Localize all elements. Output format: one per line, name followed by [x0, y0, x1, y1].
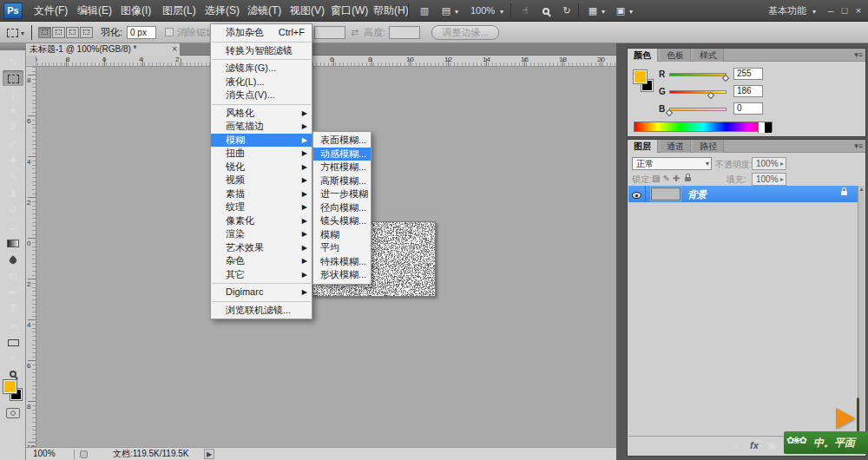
clone-stamp-tool[interactable] [3, 186, 23, 201]
menu-item-render[interactable]: 渲染▶ [211, 227, 312, 241]
tab-paths[interactable]: 路径 [694, 140, 724, 153]
swap-dimensions-icon[interactable] [351, 22, 358, 43]
close-tab-icon[interactable]: × [172, 43, 177, 56]
tab-color[interactable]: 颜色 [628, 49, 658, 62]
eyedropper-tool[interactable] [3, 136, 23, 152]
chevron-down-icon[interactable] [811, 3, 818, 18]
submenu-item-shape-blur[interactable]: 形状模糊... [313, 268, 371, 282]
layer-row-background[interactable]: 背景 [628, 186, 859, 202]
spectrum-black-swatch[interactable] [765, 122, 772, 133]
menu-item-artistic[interactable]: 艺术效果▶ [211, 241, 312, 255]
crop-tool[interactable] [3, 120, 23, 135]
rectangular-marquee-tool[interactable] [3, 70, 23, 86]
status-zoom-input[interactable]: 100% [33, 448, 56, 460]
type-tool[interactable] [3, 301, 23, 317]
lasso-tool[interactable] [3, 87, 23, 102]
menu-item-distort[interactable]: 扭曲▶ [211, 147, 312, 161]
width-input[interactable] [314, 26, 345, 39]
close-button[interactable] [852, 3, 865, 18]
menu-item-sharpen[interactable]: 锐化▶ [211, 161, 312, 174]
submenu-item-smart-blur[interactable]: 特殊模糊... [313, 255, 371, 269]
submenu-item-surface-blur[interactable]: 表面模糊... [313, 134, 371, 148]
rotate-view-icon[interactable] [559, 3, 575, 18]
red-value-input[interactable]: 255 [733, 68, 763, 80]
move-tool[interactable] [3, 54, 23, 69]
vertical-ruler[interactable]: 8 6 4 2 0 2 4 6 8 10 [26, 67, 36, 447]
workspace-switcher[interactable]: 基本功能 [764, 3, 811, 18]
blue-value-input[interactable]: 0 [733, 102, 763, 115]
lock-transparency-icon[interactable]: ▨ [652, 174, 662, 183]
chevron-down-icon[interactable] [628, 3, 635, 18]
menu-item-noise[interactable]: 杂色▶ [211, 254, 312, 268]
link-layers-icon[interactable] [733, 440, 740, 450]
tab-layers[interactable]: 图层 [628, 140, 658, 153]
hand-tool-icon[interactable] [517, 3, 533, 18]
quick-selection-tool[interactable] [3, 103, 23, 119]
panel-menu-icon[interactable] [854, 50, 863, 59]
menu-item-stylize[interactable]: 风格化▶ [211, 107, 312, 121]
panel-foreground-swatch[interactable] [634, 70, 647, 83]
tab-channels[interactable]: 通道 [661, 140, 691, 153]
healing-brush-tool[interactable] [3, 153, 23, 168]
foreground-color-swatch[interactable] [3, 380, 16, 393]
menu-item-video[interactable]: 视频▶ [211, 174, 312, 187]
path-selection-tool[interactable] [3, 318, 23, 333]
panel-menu-icon[interactable] [854, 141, 863, 150]
menu-item-sketch[interactable]: 素描▶ [211, 187, 312, 201]
view-extras-icon[interactable] [438, 3, 454, 18]
menu-file[interactable]: 文件(F) [26, 0, 76, 22]
selection-add-icon[interactable] [52, 27, 65, 38]
pen-tool[interactable] [3, 285, 23, 300]
launch-bridge-icon[interactable] [417, 3, 432, 18]
selection-new-icon[interactable] [38, 27, 51, 38]
refine-edge-button[interactable]: 调整边缘... [431, 25, 499, 40]
menu-image[interactable]: 图像(I) [113, 0, 159, 22]
submenu-item-box-blur[interactable]: 方框模糊... [313, 161, 371, 174]
panel-grip[interactable] [0, 43, 26, 50]
add-mask-icon[interactable] [767, 440, 776, 451]
red-slider-track[interactable] [669, 73, 727, 76]
menu-item-other[interactable]: 其它▶ [211, 268, 312, 282]
tool-preset-icon[interactable]: ▾ [7, 22, 24, 43]
zoom-tool-icon[interactable] [538, 3, 554, 18]
quick-mask-button[interactable] [6, 408, 20, 418]
shape-tool[interactable] [3, 334, 23, 350]
submenu-item-motion-blur[interactable]: 动感模糊... [313, 148, 371, 161]
red-slider-thumb[interactable] [722, 75, 729, 82]
screen-mode-icon[interactable] [613, 3, 628, 18]
submenu-item-average[interactable]: 平均 [313, 241, 371, 255]
color-spectrum-ramp[interactable] [634, 122, 773, 132]
feather-input[interactable]: 0 px [127, 26, 156, 39]
menu-item-texture[interactable]: 纹理▶ [211, 200, 312, 214]
green-value-input[interactable]: 186 [733, 85, 763, 97]
zoom-level-dropdown[interactable]: 100% [467, 3, 498, 18]
tab-styles[interactable]: 样式 [694, 49, 724, 62]
history-brush-tool[interactable] [3, 202, 23, 218]
eraser-tool[interactable] [3, 219, 23, 234]
horizontal-ruler[interactable]: 10 8 6 4 2 6 8 10 12 14 16 18 20 [26, 56, 616, 67]
layer-thumbnail[interactable] [651, 187, 681, 200]
status-options-arrow-icon[interactable]: ▶ [204, 449, 214, 459]
menu-item-browse-filters-online[interactable]: 浏览联机滤镜... [211, 304, 312, 318]
gradient-tool[interactable] [3, 235, 23, 251]
selection-intersect-icon[interactable] [80, 27, 93, 38]
menu-item-convert-smart-filter[interactable]: 转换为智能滤镜 [211, 44, 312, 58]
lock-position-icon[interactable]: ✚ [673, 174, 682, 183]
menu-item-pixelate[interactable]: 像素化▶ [211, 214, 312, 228]
brush-tool[interactable] [3, 169, 23, 185]
menu-item-brush-strokes[interactable]: 画笔描边▶ [211, 120, 312, 134]
submenu-item-blur[interactable]: 模糊 [313, 228, 371, 242]
blend-mode-dropdown[interactable]: 正常▾ [632, 157, 712, 170]
height-input[interactable] [389, 26, 420, 39]
green-slider-track[interactable] [669, 90, 727, 94]
zoom-tool[interactable] [3, 365, 23, 381]
submenu-item-radial-blur[interactable]: 径向模糊... [313, 201, 371, 215]
document-tab[interactable]: 未标题-1 @ 100%(RGB/8) * × [26, 43, 181, 56]
antialias-checkbox[interactable] [165, 28, 174, 36]
restore-button[interactable] [838, 3, 851, 18]
fill-input[interactable]: 100%▸ [752, 173, 786, 186]
chevron-down-icon[interactable] [498, 3, 505, 18]
menu-item-add-noise[interactable]: 添加杂色Ctrl+F [211, 26, 312, 40]
menu-item-liquify[interactable]: 液化(L)... [211, 76, 312, 89]
lock-pixels-icon[interactable]: ✎ [662, 174, 672, 183]
